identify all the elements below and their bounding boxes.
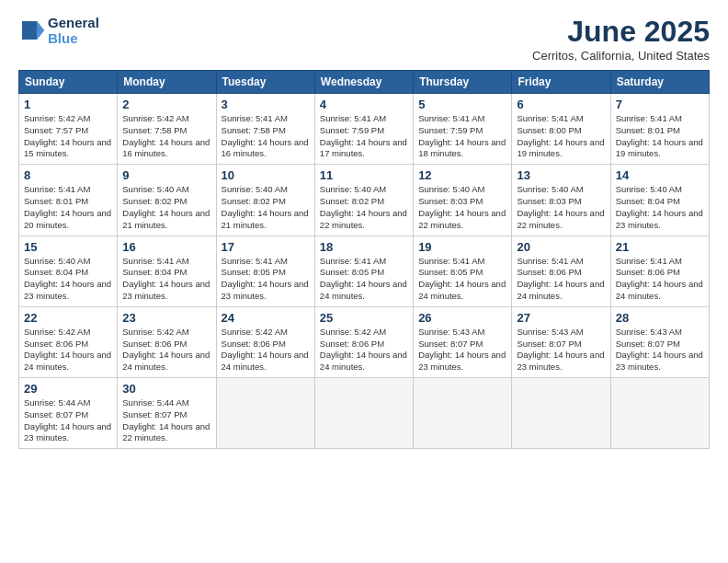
sunset-label: Sunset: 8:07 PM <box>24 409 88 419</box>
day-info: Sunrise: 5:41 AM Sunset: 7:58 PM Dayligh… <box>222 113 310 160</box>
sunrise-label: Sunrise: 5:41 AM <box>517 256 583 266</box>
calendar-cell: 9 Sunrise: 5:40 AM Sunset: 8:02 PM Dayli… <box>118 165 216 236</box>
daylight-label: Daylight: 14 hours and 23 minutes. <box>418 350 506 372</box>
daylight-label: Daylight: 14 hours and 24 minutes. <box>122 350 210 372</box>
calendar-cell: 22 Sunrise: 5:42 AM Sunset: 8:06 PM Dayl… <box>19 306 118 377</box>
sunrise-label: Sunrise: 5:43 AM <box>616 327 682 337</box>
calendar-cell: 29 Sunrise: 5:44 AM Sunset: 8:07 PM Dayl… <box>19 378 118 449</box>
sunset-label: Sunset: 8:01 PM <box>24 196 88 206</box>
daylight-label: Daylight: 14 hours and 22 minutes. <box>122 421 210 443</box>
sunrise-label: Sunrise: 5:41 AM <box>24 184 90 194</box>
day-info: Sunrise: 5:42 AM Sunset: 8:06 PM Dayligh… <box>222 327 310 373</box>
sunrise-label: Sunrise: 5:41 AM <box>616 113 682 123</box>
col-saturday: Saturday <box>610 71 709 94</box>
day-number: 24 <box>222 311 310 325</box>
day-info: Sunrise: 5:40 AM Sunset: 8:04 PM Dayligh… <box>24 256 112 303</box>
sunset-label: Sunset: 7:59 PM <box>418 125 483 135</box>
sunset-label: Sunset: 7:59 PM <box>320 125 384 135</box>
calendar-cell: 5 Sunrise: 5:41 AM Sunset: 7:59 PM Dayli… <box>414 94 512 165</box>
calendar-cell: 25 Sunrise: 5:42 AM Sunset: 8:06 PM Dayl… <box>314 306 413 377</box>
calendar-cell: 27 Sunrise: 5:43 AM Sunset: 8:07 PM Dayl… <box>512 306 610 377</box>
day-info: Sunrise: 5:41 AM Sunset: 8:00 PM Dayligh… <box>517 113 605 160</box>
calendar-cell <box>314 378 413 449</box>
calendar-cell: 26 Sunrise: 5:43 AM Sunset: 8:07 PM Dayl… <box>414 306 512 377</box>
sunrise-label: Sunrise: 5:40 AM <box>122 184 188 194</box>
day-info: Sunrise: 5:40 AM Sunset: 8:04 PM Dayligh… <box>616 184 704 231</box>
day-number: 15 <box>24 240 112 254</box>
week-row-0: 1 Sunrise: 5:42 AM Sunset: 7:57 PM Dayli… <box>19 94 710 165</box>
col-monday: Monday <box>118 71 216 94</box>
day-info: Sunrise: 5:40 AM Sunset: 8:03 PM Dayligh… <box>418 184 506 231</box>
calendar-cell: 8 Sunrise: 5:41 AM Sunset: 8:01 PM Dayli… <box>19 165 118 236</box>
calendar-cell: 10 Sunrise: 5:40 AM Sunset: 8:02 PM Dayl… <box>216 165 314 236</box>
logo: General Blue <box>18 15 99 46</box>
calendar: Sunday Monday Tuesday Wednesday Thursday… <box>18 70 710 449</box>
calendar-cell: 23 Sunrise: 5:42 AM Sunset: 8:06 PM Dayl… <box>118 306 216 377</box>
day-info: Sunrise: 5:43 AM Sunset: 8:07 PM Dayligh… <box>418 327 506 373</box>
sunset-label: Sunset: 8:03 PM <box>517 196 581 206</box>
daylight-label: Daylight: 14 hours and 23 minutes. <box>24 421 111 443</box>
day-number: 25 <box>320 311 408 325</box>
logo-text: General Blue <box>48 15 99 46</box>
sunrise-label: Sunrise: 5:41 AM <box>616 256 682 266</box>
daylight-label: Daylight: 14 hours and 24 minutes. <box>222 350 309 372</box>
sunrise-label: Sunrise: 5:40 AM <box>418 184 484 194</box>
daylight-label: Daylight: 14 hours and 22 minutes. <box>418 208 506 230</box>
day-number: 26 <box>418 311 506 325</box>
daylight-label: Daylight: 14 hours and 24 minutes. <box>616 279 703 301</box>
daylight-label: Daylight: 14 hours and 24 minutes. <box>418 279 506 301</box>
day-number: 19 <box>418 240 506 254</box>
day-info: Sunrise: 5:41 AM Sunset: 8:01 PM Dayligh… <box>24 184 112 231</box>
calendar-cell: 20 Sunrise: 5:41 AM Sunset: 8:06 PM Dayl… <box>512 236 610 306</box>
day-number: 23 <box>122 311 210 325</box>
calendar-cell: 19 Sunrise: 5:41 AM Sunset: 8:05 PM Dayl… <box>414 236 512 306</box>
day-info: Sunrise: 5:41 AM Sunset: 7:59 PM Dayligh… <box>320 113 408 160</box>
calendar-cell: 12 Sunrise: 5:40 AM Sunset: 8:03 PM Dayl… <box>414 165 512 236</box>
week-row-3: 22 Sunrise: 5:42 AM Sunset: 8:06 PM Dayl… <box>19 306 710 377</box>
day-info: Sunrise: 5:42 AM Sunset: 7:57 PM Dayligh… <box>24 113 112 160</box>
day-info: Sunrise: 5:42 AM Sunset: 8:06 PM Dayligh… <box>320 327 408 373</box>
day-info: Sunrise: 5:40 AM Sunset: 8:03 PM Dayligh… <box>517 184 605 231</box>
day-info: Sunrise: 5:41 AM Sunset: 8:06 PM Dayligh… <box>517 256 605 303</box>
week-row-2: 15 Sunrise: 5:40 AM Sunset: 8:04 PM Dayl… <box>19 236 710 306</box>
day-number: 2 <box>122 98 210 111</box>
sunrise-label: Sunrise: 5:43 AM <box>517 327 583 337</box>
day-info: Sunrise: 5:41 AM Sunset: 7:59 PM Dayligh… <box>418 113 506 160</box>
calendar-cell: 28 Sunrise: 5:43 AM Sunset: 8:07 PM Dayl… <box>610 306 709 377</box>
sunrise-label: Sunrise: 5:41 AM <box>320 113 386 123</box>
day-info: Sunrise: 5:40 AM Sunset: 8:02 PM Dayligh… <box>222 184 310 231</box>
calendar-cell <box>216 378 314 449</box>
daylight-label: Daylight: 14 hours and 24 minutes. <box>517 279 604 301</box>
daylight-label: Daylight: 14 hours and 21 minutes. <box>222 208 309 230</box>
day-info: Sunrise: 5:40 AM Sunset: 8:02 PM Dayligh… <box>122 184 210 231</box>
day-number: 10 <box>222 168 310 182</box>
sunrise-label: Sunrise: 5:44 AM <box>122 397 188 408</box>
daylight-label: Daylight: 14 hours and 23 minutes. <box>517 350 604 372</box>
day-number: 18 <box>320 240 408 254</box>
daylight-label: Daylight: 14 hours and 15 minutes. <box>24 137 111 159</box>
day-number: 8 <box>24 168 112 182</box>
sunset-label: Sunset: 8:07 PM <box>616 339 680 349</box>
title-block: June 2025 Cerritos, California, United S… <box>532 15 710 63</box>
sunset-label: Sunset: 8:07 PM <box>122 409 187 419</box>
day-info: Sunrise: 5:41 AM Sunset: 8:05 PM Dayligh… <box>222 256 310 303</box>
calendar-cell: 30 Sunrise: 5:44 AM Sunset: 8:07 PM Dayl… <box>118 378 216 449</box>
day-number: 4 <box>320 98 408 111</box>
calendar-cell: 4 Sunrise: 5:41 AM Sunset: 7:59 PM Dayli… <box>314 94 413 165</box>
calendar-cell: 17 Sunrise: 5:41 AM Sunset: 8:05 PM Dayl… <box>216 236 314 306</box>
sunset-label: Sunset: 8:02 PM <box>222 196 286 206</box>
day-number: 1 <box>24 98 112 111</box>
calendar-cell: 16 Sunrise: 5:41 AM Sunset: 8:04 PM Dayl… <box>118 236 216 306</box>
day-number: 11 <box>320 168 408 182</box>
sunset-label: Sunset: 8:07 PM <box>517 339 581 349</box>
day-info: Sunrise: 5:41 AM Sunset: 8:04 PM Dayligh… <box>122 256 210 303</box>
day-number: 27 <box>517 311 605 325</box>
sunrise-label: Sunrise: 5:41 AM <box>222 256 288 266</box>
sunset-label: Sunset: 8:02 PM <box>320 196 384 206</box>
calendar-cell: 7 Sunrise: 5:41 AM Sunset: 8:01 PM Dayli… <box>610 94 709 165</box>
sunset-label: Sunset: 8:05 PM <box>418 267 483 277</box>
col-wednesday: Wednesday <box>314 71 413 94</box>
day-info: Sunrise: 5:44 AM Sunset: 8:07 PM Dayligh… <box>122 397 210 444</box>
sunset-label: Sunset: 8:06 PM <box>320 339 384 349</box>
sunset-label: Sunset: 8:05 PM <box>320 267 384 277</box>
